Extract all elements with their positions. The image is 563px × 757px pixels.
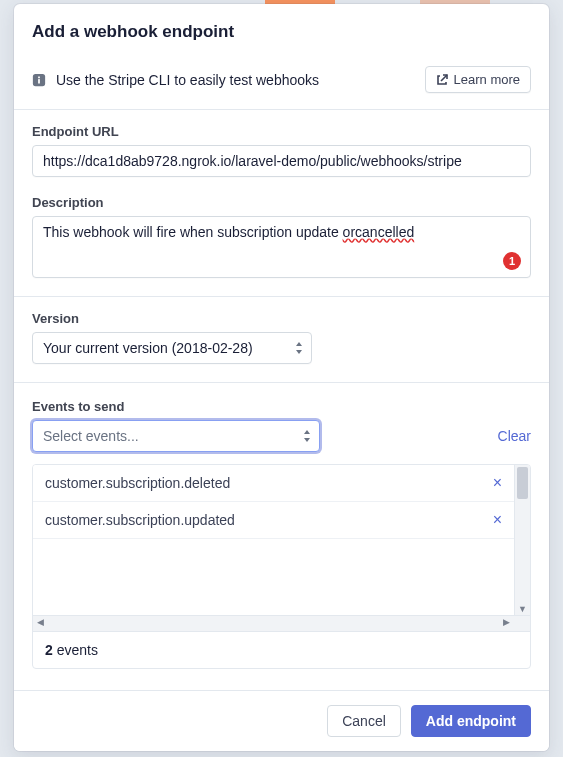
endpoint-url-block: Endpoint URL: [14, 110, 549, 181]
selected-events-box: customer.subscription.deleted×customer.s…: [32, 464, 531, 669]
horizontal-scrollbar[interactable]: ◀ ▶: [33, 615, 530, 631]
scroll-down-arrow[interactable]: ▼: [515, 604, 530, 614]
info-icon: [32, 73, 46, 87]
version-block: Version Your current version (2018-02-28…: [14, 297, 549, 383]
spellcheck-error-badge[interactable]: 1: [503, 252, 521, 270]
event-row: customer.subscription.deleted×: [33, 465, 514, 502]
learn-more-button[interactable]: Learn more: [425, 66, 531, 93]
events-header: Events to send: [14, 383, 549, 420]
external-link-icon: [436, 74, 448, 86]
events-count-number: 2: [45, 642, 53, 658]
svg-rect-1: [38, 76, 40, 78]
cli-tip-row: Use the Stripe CLI to easily test webhoo…: [14, 52, 549, 110]
events-label: Events to send: [32, 399, 124, 414]
cli-tip-text: Use the Stripe CLI to easily test webhoo…: [56, 72, 319, 88]
events-select[interactable]: Select events...: [32, 420, 320, 452]
description-block: Description This webhook will fire when …: [14, 181, 549, 297]
description-input[interactable]: This webhook will fire when subscription…: [32, 216, 531, 278]
scrollbar-thumb[interactable]: [517, 467, 528, 499]
endpoint-url-label: Endpoint URL: [32, 124, 531, 139]
event-row: customer.subscription.updated×: [33, 502, 514, 539]
description-label: Description: [32, 195, 531, 210]
svg-rect-2: [38, 79, 40, 83]
events-count-row: 2 events: [33, 631, 530, 668]
modal-footer: Cancel Add endpoint: [14, 690, 549, 751]
webhook-modal: Add a webhook endpoint Use the Stripe CL…: [14, 4, 549, 751]
cancel-button[interactable]: Cancel: [327, 705, 401, 737]
events-count-label: events: [53, 642, 98, 658]
remove-event-button[interactable]: ×: [493, 511, 502, 529]
event-name: customer.subscription.deleted: [45, 475, 230, 491]
remove-event-button[interactable]: ×: [493, 474, 502, 492]
vertical-scrollbar[interactable]: ▼: [514, 465, 530, 615]
endpoint-url-input[interactable]: [32, 145, 531, 177]
version-select[interactable]: Your current version (2018-02-28): [32, 332, 312, 364]
clear-events-button[interactable]: Clear: [498, 422, 531, 450]
event-name: customer.subscription.updated: [45, 512, 235, 528]
scroll-right-arrow[interactable]: ▶: [503, 617, 510, 627]
scroll-left-arrow[interactable]: ◀: [37, 617, 44, 627]
learn-more-label: Learn more: [454, 72, 520, 87]
add-endpoint-button[interactable]: Add endpoint: [411, 705, 531, 737]
misspelled-word: orcancelled: [343, 224, 415, 240]
version-label: Version: [32, 311, 531, 326]
modal-title: Add a webhook endpoint: [14, 4, 549, 52]
